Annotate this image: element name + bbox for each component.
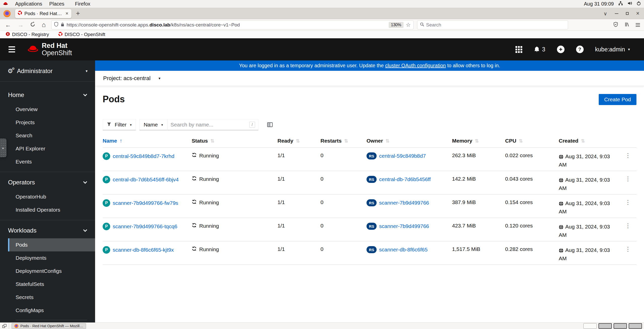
- permissions-shield-icon[interactable]: [54, 22, 58, 28]
- menu-applications[interactable]: Applications: [15, 1, 42, 7]
- menu-places[interactable]: Places: [49, 1, 64, 7]
- user-menu[interactable]: kube:admin ▾: [595, 46, 630, 53]
- window-maximize-button[interactable]: [626, 12, 629, 15]
- column-header-created[interactable]: Created⇅: [559, 138, 618, 144]
- reload-button[interactable]: [30, 21, 35, 28]
- browser-tab[interactable]: Pods · Red Hat OpenShift ×: [15, 9, 71, 18]
- taskbar-item-firefox[interactable]: Pods · Red Hat OpenShift — Mozill…: [12, 323, 86, 329]
- nav-group-home[interactable]: Home: [0, 87, 95, 103]
- sidebar-item-deployments[interactable]: Deployments: [8, 251, 95, 265]
- back-button[interactable]: ←: [5, 21, 11, 28]
- notifications-button[interactable]: 3: [534, 46, 545, 53]
- owner-link[interactable]: scanner-7b9d499766: [379, 223, 429, 229]
- pod-link[interactable]: scanner-db-8f6c6f65-kjt9x: [113, 247, 174, 253]
- nav-group-operators[interactable]: Operators: [0, 175, 95, 190]
- pod-link[interactable]: central-db-7d6b5456ff-6bjv4: [113, 177, 179, 183]
- nav-group-workloads[interactable]: Workloads: [0, 223, 95, 238]
- name-search-input[interactable]: [171, 122, 248, 128]
- window-close-button[interactable]: ×: [636, 11, 639, 16]
- table-row: Pcentral-59c849b8d7-7krhdRunning1/10RSce…: [103, 148, 636, 171]
- quick-create-button[interactable]: [557, 46, 565, 53]
- sidebar-item-search[interactable]: Search: [8, 129, 95, 142]
- quay-icon: [6, 32, 10, 38]
- sidebar-item-deploymentconfigs[interactable]: DeploymentConfigs: [8, 265, 95, 278]
- workspace-1[interactable]: [583, 323, 597, 329]
- owner-link[interactable]: central-59c849b8d7: [379, 153, 426, 159]
- column-header-memory[interactable]: Memory⇅: [452, 138, 505, 144]
- pod-link[interactable]: central-59c849b8d7-7krhd: [113, 153, 174, 159]
- network-icon[interactable]: [618, 1, 623, 7]
- filter-dropdown[interactable]: Filter ▾: [103, 119, 136, 130]
- sync-running-icon: [192, 199, 197, 206]
- created-timestamp: Aug 31, 2024, 9:03 AM: [559, 224, 610, 238]
- library-icon[interactable]: [625, 22, 629, 28]
- project-selector[interactable]: Project: acs-central ▾: [95, 71, 644, 86]
- new-tab-button[interactable]: +: [76, 10, 80, 17]
- column-header-cpu[interactable]: CPU⇅: [505, 138, 559, 144]
- sidebar-item-overview[interactable]: Overview: [8, 103, 95, 116]
- owner-link[interactable]: scanner-db-8f6c6f65: [379, 247, 428, 253]
- sidebar-item-projects[interactable]: Projects: [8, 116, 95, 129]
- cpu-cell: 0.154 cores: [505, 199, 559, 205]
- menu-firefox[interactable]: Firefox: [75, 1, 90, 7]
- sidebar-item-pods[interactable]: Pods: [8, 238, 95, 251]
- pod-link[interactable]: scanner-7b9d499766-fw79s: [113, 200, 178, 206]
- column-header-ready[interactable]: Ready⇅: [277, 138, 320, 144]
- sidebar-item-statefulsets[interactable]: StatefulSets: [8, 278, 95, 291]
- bookmark-disco-registry[interactable]: DISCO - Registry: [6, 32, 49, 38]
- create-pod-button[interactable]: Create Pod: [599, 94, 636, 105]
- protections-shield-icon[interactable]: [613, 22, 618, 28]
- row-kebab-menu[interactable]: ⋮: [625, 199, 636, 205]
- filter-icon: [107, 122, 111, 128]
- volume-icon[interactable]: [627, 1, 632, 7]
- column-header-owner[interactable]: Owner⇅: [367, 138, 452, 144]
- sidebar-item-api-explorer[interactable]: API Explorer: [8, 142, 95, 155]
- bookmark-star-icon[interactable]: ☆: [406, 22, 411, 28]
- sidebar-item-operatorhub[interactable]: OperatorHub: [8, 190, 95, 203]
- clock[interactable]: Aug 31 09:09: [584, 1, 614, 7]
- workspace-2[interactable]: [598, 323, 612, 329]
- help-button[interactable]: ?: [576, 46, 584, 53]
- workspace-3[interactable]: [614, 323, 627, 329]
- browser-menu-icon[interactable]: [636, 23, 640, 27]
- filter-attribute-dropdown[interactable]: Name ▾: [139, 119, 167, 130]
- manage-columns-button[interactable]: [267, 122, 273, 128]
- sidebar-item-secrets[interactable]: Secrets: [8, 291, 95, 304]
- list-tabs-icon[interactable]: ∨: [603, 11, 607, 17]
- owner-link[interactable]: scanner-7b9d499766: [379, 200, 429, 206]
- workspace-4[interactable]: [629, 323, 642, 329]
- perspective-switcher[interactable]: ⚙⚙ Administrator ▾: [0, 60, 95, 82]
- owner-link[interactable]: central-db-7d6b5456ff: [379, 176, 431, 182]
- row-kebab-menu[interactable]: ⋮: [625, 246, 636, 252]
- sidebar-item-events[interactable]: Events: [8, 155, 95, 168]
- drawer-handle[interactable]: ▸: [0, 139, 7, 157]
- home-button[interactable]: ⌂: [42, 21, 46, 29]
- forward-button[interactable]: →: [18, 21, 24, 28]
- column-header-status[interactable]: Status⇅: [192, 138, 277, 144]
- browser-search-bar[interactable]: [417, 20, 568, 29]
- power-icon[interactable]: [636, 1, 641, 7]
- zoom-level-badge[interactable]: 130%: [389, 22, 404, 28]
- row-kebab-menu[interactable]: ⋮: [625, 176, 636, 182]
- show-desktop-button[interactable]: [0, 323, 9, 329]
- column-header-name[interactable]: Name↑: [103, 138, 192, 144]
- name-search-box[interactable]: /: [167, 119, 258, 130]
- lock-icon[interactable]: [61, 22, 64, 28]
- url-bar[interactable]: https://console-openshift-console.apps.d…: [51, 20, 414, 29]
- bookmark-disco-openshift[interactable]: DISCO - OpenShift: [58, 32, 105, 38]
- restarts-cell: 0: [320, 152, 367, 158]
- app-launcher-icon[interactable]: [515, 46, 522, 53]
- redhat-fedora-icon: [3, 1, 8, 7]
- row-kebab-menu[interactable]: ⋮: [625, 152, 636, 158]
- sidebar-item-installed-operators[interactable]: Installed Operators: [8, 203, 95, 216]
- browser-search-input[interactable]: [426, 22, 565, 28]
- sort-icon: ⇅: [475, 138, 479, 144]
- oauth-config-link[interactable]: cluster OAuth configuration: [385, 63, 446, 68]
- column-header-restarts[interactable]: Restarts⇅: [320, 138, 367, 144]
- row-kebab-menu[interactable]: ⋮: [625, 223, 636, 229]
- nav-toggle-icon[interactable]: [7, 45, 17, 54]
- window-minimize-button[interactable]: [615, 13, 618, 14]
- sidebar-item-configmaps[interactable]: ConfigMaps: [8, 304, 95, 317]
- pod-link[interactable]: scanner-7b9d499766-tqcq6: [113, 223, 177, 229]
- tab-close-icon[interactable]: ×: [65, 11, 69, 16]
